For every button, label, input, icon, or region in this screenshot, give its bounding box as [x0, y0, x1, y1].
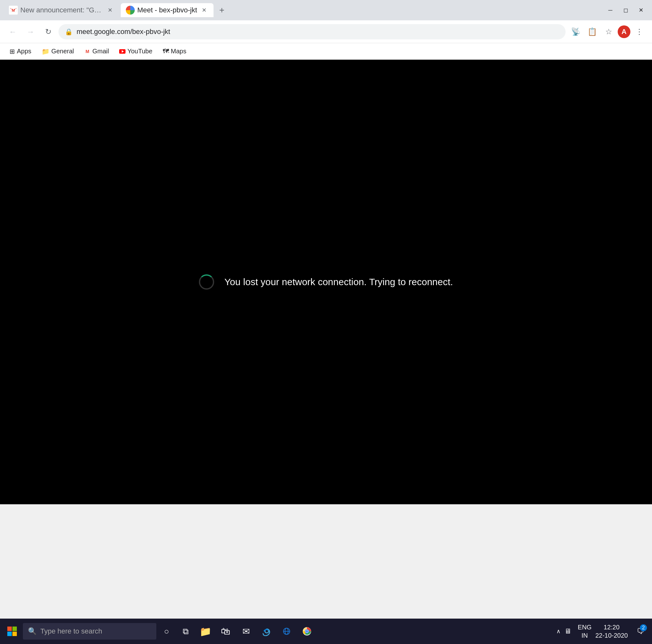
- address-bar[interactable]: 🔒 meet.google.com/bex-pbvo-jkt: [58, 24, 566, 39]
- windows-logo-icon: [7, 626, 17, 636]
- ie-icon: [282, 626, 291, 636]
- search-placeholder: Type here to search: [40, 627, 102, 636]
- loading-spinner: [199, 274, 214, 289]
- reconnect-text: You lost your network connection. Trying…: [224, 277, 453, 287]
- file-explorer-button[interactable]: 📁: [196, 622, 215, 641]
- url-text: meet.google.com/bex-pbvo-jkt: [77, 28, 170, 36]
- chrome-icon: [302, 626, 312, 636]
- bookmark-maps[interactable]: 🗺 Maps: [158, 46, 191, 57]
- toolbar-icons: 📡 📋 ☆ A ⋮: [568, 24, 647, 39]
- tab-gmail-close[interactable]: ✕: [106, 6, 114, 15]
- start-button[interactable]: [3, 622, 22, 641]
- edge-button[interactable]: [257, 622, 276, 641]
- bookmark-youtube-label: YouTube: [128, 48, 153, 55]
- store-icon: 🛍: [221, 626, 230, 637]
- notification-button[interactable]: 🗨 2: [632, 622, 649, 641]
- profile-initial: A: [622, 28, 627, 36]
- ie-button[interactable]: [277, 622, 296, 641]
- language-indicator[interactable]: ENG IN: [578, 623, 591, 640]
- youtube-bookmark-icon: [119, 49, 126, 54]
- bookmark-apps-label: Apps: [17, 48, 31, 55]
- lock-icon: 🔒: [65, 28, 73, 35]
- cast-button[interactable]: 📡: [568, 24, 583, 39]
- close-button[interactable]: ✕: [633, 4, 648, 16]
- cortana-icon: ○: [164, 626, 169, 636]
- chrome-button[interactable]: [297, 622, 317, 641]
- save-button[interactable]: 📋: [585, 24, 600, 39]
- tab-meet[interactable]: Meet - bex-pbvo-jkt ✕: [121, 3, 214, 17]
- bookmark-gmail[interactable]: M Gmail: [80, 46, 113, 57]
- minimize-button[interactable]: ─: [603, 4, 618, 16]
- maximize-button[interactable]: ◻: [618, 4, 633, 16]
- search-box[interactable]: 🔍 Type here to search: [23, 623, 156, 640]
- task-view-icon: ⧉: [183, 626, 189, 636]
- back-button[interactable]: ←: [5, 24, 20, 39]
- svg-rect-8: [7, 632, 12, 636]
- language-code: ENG: [578, 623, 591, 631]
- bookmark-button[interactable]: ☆: [601, 24, 617, 39]
- bookmark-gmail-label: Gmail: [92, 48, 109, 55]
- bookmark-general-label: General: [52, 48, 74, 55]
- tab-meet-close[interactable]: ✕: [199, 6, 209, 15]
- meet-content: You lost your network connection. Trying…: [0, 60, 652, 504]
- maps-icon: 🗺: [163, 48, 169, 55]
- file-explorer-icon: 📁: [199, 626, 211, 637]
- cortana-button[interactable]: ○: [158, 622, 175, 641]
- meet-favicon-icon: [126, 6, 135, 15]
- browser-window: M New announcement: "Good afte... ✕ Meet…: [0, 0, 652, 504]
- tab-meet-title: Meet - bex-pbvo-jkt: [137, 6, 197, 14]
- mail-button[interactable]: ✉: [236, 622, 255, 641]
- search-icon: 🔍: [28, 627, 36, 636]
- bookmarks-bar: ⊞ Apps 📁 General M Gmail YouTube 🗺 Maps: [0, 43, 652, 60]
- svg-point-16: [306, 631, 308, 633]
- apps-icon: ⊞: [9, 48, 15, 55]
- language-region: IN: [578, 631, 591, 640]
- address-bar-row: ← → ↻ 🔒 meet.google.com/bex-pbvo-jkt 📡 📋…: [0, 20, 652, 43]
- tray-expand-icon[interactable]: ∧: [556, 628, 561, 635]
- svg-rect-6: [7, 626, 12, 631]
- bookmark-general[interactable]: 📁 General: [37, 46, 79, 57]
- bookmark-youtube[interactable]: YouTube: [115, 46, 157, 57]
- new-tab-button[interactable]: +: [215, 3, 229, 17]
- mail-icon: ✉: [242, 626, 250, 637]
- store-button[interactable]: 🛍: [216, 622, 235, 641]
- window-controls: ─ ◻ ✕: [603, 4, 648, 16]
- title-bar: M New announcement: "Good afte... ✕ Meet…: [0, 0, 652, 20]
- more-button[interactable]: ⋮: [632, 24, 647, 39]
- task-view-button[interactable]: ⧉: [176, 622, 194, 641]
- notification-badge: 2: [640, 624, 647, 631]
- edge-icon: [262, 626, 271, 636]
- network-icon[interactable]: 🖥: [563, 626, 573, 637]
- gmail-bookmark-icon: M: [84, 48, 90, 55]
- svg-text:M: M: [85, 49, 89, 54]
- tab-gmail-title: New announcement: "Good afte...: [20, 6, 103, 14]
- system-tray: ∧ 🖥: [552, 626, 576, 637]
- bookmark-maps-label: Maps: [171, 48, 187, 55]
- profile-button[interactable]: A: [618, 25, 630, 38]
- svg-rect-7: [12, 626, 17, 631]
- svg-rect-9: [12, 632, 17, 636]
- reconnect-overlay: You lost your network connection. Trying…: [199, 274, 453, 289]
- taskbar: 🔍 Type here to search ○ ⧉ 📁 🛍 ✉: [0, 619, 652, 644]
- forward-button[interactable]: →: [23, 24, 38, 39]
- bookmark-apps[interactable]: ⊞ Apps: [5, 46, 36, 57]
- tab-gmail[interactable]: M New announcement: "Good afte... ✕: [4, 3, 119, 17]
- gmail-favicon-icon: M: [9, 6, 18, 15]
- time-display: 12:20: [604, 623, 620, 631]
- date-display: 22-10-2020: [595, 631, 628, 640]
- svg-text:M: M: [12, 8, 15, 13]
- clock[interactable]: 12:20 22-10-2020: [593, 622, 630, 641]
- refresh-button[interactable]: ↻: [41, 24, 56, 39]
- folder-icon: 📁: [42, 48, 50, 55]
